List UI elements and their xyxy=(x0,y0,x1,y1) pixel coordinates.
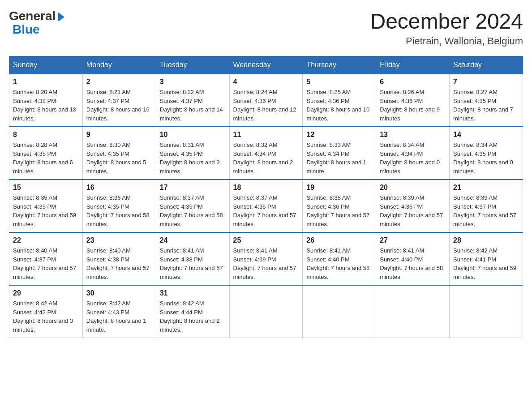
calendar-cell: 17Sunrise: 8:37 AMSunset: 4:35 PMDayligh… xyxy=(156,180,229,232)
day-info: Sunrise: 8:39 AMSunset: 4:37 PMDaylight:… xyxy=(453,193,519,228)
logo-blue: Blue xyxy=(13,22,40,37)
day-info: Sunrise: 8:34 AMSunset: 4:35 PMDaylight:… xyxy=(453,141,519,176)
calendar-cell xyxy=(450,285,523,338)
day-info: Sunrise: 8:31 AMSunset: 4:35 PMDaylight:… xyxy=(160,141,226,176)
day-number: 22 xyxy=(13,236,79,244)
day-info: Sunrise: 8:25 AMSunset: 4:36 PMDaylight:… xyxy=(306,88,372,123)
day-number: 28 xyxy=(453,236,519,244)
day-info: Sunrise: 8:33 AMSunset: 4:34 PMDaylight:… xyxy=(306,141,372,176)
calendar-header-saturday: Saturday xyxy=(450,56,523,74)
calendar-cell: 21Sunrise: 8:39 AMSunset: 4:37 PMDayligh… xyxy=(450,180,523,232)
day-number: 21 xyxy=(453,184,519,192)
day-number: 19 xyxy=(306,184,372,192)
calendar-header-sunday: Sunday xyxy=(9,56,83,74)
calendar-cell: 7Sunrise: 8:27 AMSunset: 4:35 PMDaylight… xyxy=(450,74,523,127)
calendar-week-row: 15Sunrise: 8:35 AMSunset: 4:35 PMDayligh… xyxy=(9,180,523,232)
day-number: 30 xyxy=(86,289,152,297)
day-info: Sunrise: 8:35 AMSunset: 4:35 PMDaylight:… xyxy=(13,193,79,228)
calendar-cell: 24Sunrise: 8:41 AMSunset: 4:38 PMDayligh… xyxy=(156,232,229,285)
day-info: Sunrise: 8:24 AMSunset: 4:36 PMDaylight:… xyxy=(233,88,299,123)
calendar-location: Pietrain, Wallonia, Belgium xyxy=(370,35,523,47)
day-number: 16 xyxy=(86,184,152,192)
calendar-cell: 22Sunrise: 8:40 AMSunset: 4:37 PMDayligh… xyxy=(9,232,83,285)
calendar-cell xyxy=(229,285,303,338)
calendar-cell: 15Sunrise: 8:35 AMSunset: 4:35 PMDayligh… xyxy=(9,180,83,232)
day-number: 27 xyxy=(380,236,446,244)
calendar-cell: 11Sunrise: 8:32 AMSunset: 4:34 PMDayligh… xyxy=(229,127,303,180)
day-info: Sunrise: 8:41 AMSunset: 4:40 PMDaylight:… xyxy=(306,246,372,281)
day-info: Sunrise: 8:37 AMSunset: 4:35 PMDaylight:… xyxy=(160,193,226,228)
day-info: Sunrise: 8:39 AMSunset: 4:36 PMDaylight:… xyxy=(380,193,446,228)
logo: General Blue xyxy=(9,9,64,37)
day-number: 9 xyxy=(86,131,152,139)
calendar-cell: 26Sunrise: 8:41 AMSunset: 4:40 PMDayligh… xyxy=(303,232,376,285)
day-number: 17 xyxy=(160,184,226,192)
day-info: Sunrise: 8:21 AMSunset: 4:37 PMDaylight:… xyxy=(86,88,152,123)
day-info: Sunrise: 8:28 AMSunset: 4:35 PMDaylight:… xyxy=(13,141,79,176)
calendar-header-thursday: Thursday xyxy=(303,56,376,74)
logo-general: General xyxy=(9,9,56,23)
logo-arrow-icon xyxy=(58,13,64,21)
day-info: Sunrise: 8:22 AMSunset: 4:37 PMDaylight:… xyxy=(160,88,226,123)
calendar-cell: 3Sunrise: 8:22 AMSunset: 4:37 PMDaylight… xyxy=(156,74,229,127)
day-info: Sunrise: 8:34 AMSunset: 4:34 PMDaylight:… xyxy=(380,141,446,176)
calendar-cell: 29Sunrise: 8:42 AMSunset: 4:42 PMDayligh… xyxy=(9,285,83,338)
calendar-cell: 25Sunrise: 8:41 AMSunset: 4:39 PMDayligh… xyxy=(229,232,303,285)
day-number: 1 xyxy=(13,78,79,86)
day-number: 26 xyxy=(306,236,372,244)
calendar-header-row: SundayMondayTuesdayWednesdayThursdayFrid… xyxy=(9,56,523,74)
day-number: 25 xyxy=(233,236,299,244)
calendar-month-year: December 2024 xyxy=(370,9,523,34)
day-number: 4 xyxy=(233,78,299,86)
calendar-cell: 16Sunrise: 8:36 AMSunset: 4:35 PMDayligh… xyxy=(82,180,156,232)
day-info: Sunrise: 8:30 AMSunset: 4:35 PMDaylight:… xyxy=(86,141,152,176)
day-info: Sunrise: 8:32 AMSunset: 4:34 PMDaylight:… xyxy=(233,141,299,176)
day-info: Sunrise: 8:20 AMSunset: 4:38 PMDaylight:… xyxy=(13,88,79,123)
day-number: 23 xyxy=(86,236,152,244)
day-number: 18 xyxy=(233,184,299,192)
calendar-cell: 13Sunrise: 8:34 AMSunset: 4:34 PMDayligh… xyxy=(376,127,450,180)
calendar-header-tuesday: Tuesday xyxy=(156,56,229,74)
day-info: Sunrise: 8:37 AMSunset: 4:35 PMDaylight:… xyxy=(233,193,299,228)
day-number: 8 xyxy=(13,131,79,139)
day-info: Sunrise: 8:27 AMSunset: 4:35 PMDaylight:… xyxy=(453,88,519,123)
calendar-cell: 31Sunrise: 8:42 AMSunset: 4:44 PMDayligh… xyxy=(156,285,229,338)
day-number: 2 xyxy=(86,78,152,86)
day-number: 29 xyxy=(13,289,79,297)
calendar-week-row: 1Sunrise: 8:20 AMSunset: 4:38 PMDaylight… xyxy=(9,74,523,127)
day-number: 13 xyxy=(380,131,446,139)
day-number: 31 xyxy=(160,289,226,297)
day-info: Sunrise: 8:40 AMSunset: 4:38 PMDaylight:… xyxy=(86,246,152,281)
day-number: 12 xyxy=(306,131,372,139)
calendar-cell: 6Sunrise: 8:26 AMSunset: 4:36 PMDaylight… xyxy=(376,74,450,127)
day-info: Sunrise: 8:42 AMSunset: 4:42 PMDaylight:… xyxy=(13,299,79,334)
calendar-cell xyxy=(303,285,376,338)
calendar-cell: 14Sunrise: 8:34 AMSunset: 4:35 PMDayligh… xyxy=(450,127,523,180)
calendar-cell xyxy=(376,285,450,338)
calendar-cell: 12Sunrise: 8:33 AMSunset: 4:34 PMDayligh… xyxy=(303,127,376,180)
day-info: Sunrise: 8:26 AMSunset: 4:36 PMDaylight:… xyxy=(380,88,446,123)
day-info: Sunrise: 8:36 AMSunset: 4:35 PMDaylight:… xyxy=(86,193,152,228)
calendar-cell: 20Sunrise: 8:39 AMSunset: 4:36 PMDayligh… xyxy=(376,180,450,232)
day-info: Sunrise: 8:42 AMSunset: 4:41 PMDaylight:… xyxy=(453,246,519,281)
day-info: Sunrise: 8:41 AMSunset: 4:39 PMDaylight:… xyxy=(233,246,299,281)
calendar-week-row: 22Sunrise: 8:40 AMSunset: 4:37 PMDayligh… xyxy=(9,232,523,285)
calendar-header-wednesday: Wednesday xyxy=(229,56,303,74)
calendar-cell: 23Sunrise: 8:40 AMSunset: 4:38 PMDayligh… xyxy=(82,232,156,285)
calendar-cell: 8Sunrise: 8:28 AMSunset: 4:35 PMDaylight… xyxy=(9,127,83,180)
calendar-table: SundayMondayTuesdayWednesdayThursdayFrid… xyxy=(9,56,523,338)
day-number: 20 xyxy=(380,184,446,192)
calendar-week-row: 8Sunrise: 8:28 AMSunset: 4:35 PMDaylight… xyxy=(9,127,523,180)
calendar-header-monday: Monday xyxy=(82,56,156,74)
day-number: 7 xyxy=(453,78,519,86)
calendar-week-row: 29Sunrise: 8:42 AMSunset: 4:42 PMDayligh… xyxy=(9,285,523,338)
page-header: General Blue December 2024 Pietrain, Wal… xyxy=(9,9,523,47)
calendar-cell: 27Sunrise: 8:41 AMSunset: 4:40 PMDayligh… xyxy=(376,232,450,285)
calendar-cell: 5Sunrise: 8:25 AMSunset: 4:36 PMDaylight… xyxy=(303,74,376,127)
day-info: Sunrise: 8:40 AMSunset: 4:37 PMDaylight:… xyxy=(13,246,79,281)
calendar-cell: 2Sunrise: 8:21 AMSunset: 4:37 PMDaylight… xyxy=(82,74,156,127)
day-info: Sunrise: 8:41 AMSunset: 4:38 PMDaylight:… xyxy=(160,246,226,281)
calendar-cell: 10Sunrise: 8:31 AMSunset: 4:35 PMDayligh… xyxy=(156,127,229,180)
day-number: 6 xyxy=(380,78,446,86)
calendar-cell: 9Sunrise: 8:30 AMSunset: 4:35 PMDaylight… xyxy=(82,127,156,180)
